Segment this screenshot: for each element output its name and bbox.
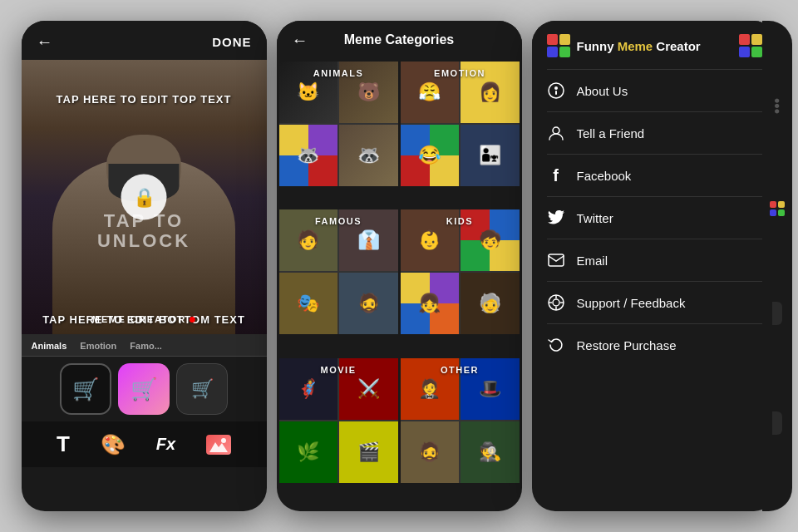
icon-sq-yellow [559,34,570,45]
famous-label: FAMOUS [279,216,398,226]
category-other[interactable]: OTHER 🤵 🎩 🧔 🕵️ [401,358,520,483]
menu-item-about[interactable]: About Us [532,70,777,111]
svg-point-5 [553,127,559,134]
fx-tool[interactable]: Fx [156,435,175,454]
other-img-3: 🧔 [401,421,460,483]
emotion-img-3: 😂 [401,125,460,186]
icon-sq-blue [547,47,558,57]
categories-header: ← Meme Categories [277,21,522,59]
editor-toolbar: T 🎨 Fx [22,421,267,467]
text-tool[interactable]: T [57,431,70,457]
menu-item-twitter[interactable]: Twitter [532,197,777,239]
twitter-label: Twitter [577,211,613,225]
title-funny: Funny [577,39,614,53]
unlock-text: TAP TOUNLOCK [97,211,190,251]
svg-marker-0 [209,442,228,452]
movie-img-4: 🎬 [339,421,398,483]
icon-sq-r2 [739,34,750,45]
app-title: Funny Meme Creator [577,39,701,53]
palette-tool[interactable]: 🎨 [101,433,126,456]
category-kids[interactable]: KIDS 👶 🧒 [401,209,520,334]
meme-editor-screen: ← DONE TAP HERE TO EDIT TOP TEXT 🔒 TAP T… [22,21,267,511]
svg-point-8 [553,299,559,306]
title-meme: Meme [614,39,653,53]
sticker-cart-1[interactable]: 🛒 [60,363,111,415]
icon-sq-b2 [739,47,750,57]
tab-famous[interactable]: Famo... [130,341,162,351]
categories-grid: ANIMALS 🐱 🐻 🦝 [277,59,522,506]
support-icon [547,293,565,312]
category-animals[interactable]: ANIMALS 🐱 🐻 🦝 [279,62,398,186]
menu-header: Funny Meme Creator [532,21,777,69]
icon-sq-red [547,34,558,45]
animals-img-4: 🦝 [339,125,398,186]
menu-item-support[interactable]: Support / Feedback [532,282,777,323]
sticker-row: 🛒 🛒 🛒 [22,357,267,421]
top-text-tap[interactable]: TAP HERE TO EDIT TOP TEXT [22,93,267,106]
svg-point-3 [554,86,558,90]
category-movie[interactable]: MOVIE 🦸 ⚔️ 🌿 🎬 [279,358,398,483]
icon-sq-green [559,47,570,57]
famous-img-4: 🧔 [339,273,398,334]
meme-creator-badge: MEME CREATOR [92,314,195,324]
meme-canvas[interactable]: TAP HERE TO EDIT TOP TEXT 🔒 TAP TOUNLOCK… [22,60,267,334]
twitter-icon [547,209,565,227]
title-creator: Creator [653,39,701,53]
friend-icon [547,124,565,142]
menu-item-restore[interactable]: Restore Purchase [532,324,777,366]
app-icon-left [547,34,570,57]
emotion-img-4: 👨‍👧 [461,125,520,186]
facebook-icon: f [547,166,565,185]
email-label: Email [577,254,608,268]
sticker-cart-3[interactable]: 🛒 [176,363,228,415]
menu-item-email[interactable]: Email [532,239,777,281]
menu-item-friend[interactable]: Tell a Friend [532,112,777,154]
icon-sq-y2 [751,34,762,45]
kids-label: KIDS [401,216,520,226]
back-button[interactable]: ← [37,32,53,52]
overflow-dots: ••• [768,98,786,114]
category-famous[interactable]: FAMOUS 🧑 👔 🎭 🧔 [279,209,398,334]
about-label: About Us [577,84,628,98]
email-icon [547,251,565,269]
category-emotion[interactable]: EMOTION 😤 👩 😂 [401,62,520,186]
emotion-label: EMOTION [401,68,520,78]
svg-rect-6 [549,254,564,266]
restore-label: Restore Purchase [577,338,677,352]
icon-sq-g2 [751,47,762,57]
red-dot [190,317,195,323]
movie-label: MOVIE [279,365,398,375]
animals-img-3: 🦝 [279,125,338,186]
menu-screen-wrapper: Funny Meme Creator [532,21,777,511]
about-icon [547,81,565,100]
app-title-block: Funny Meme Creator [547,34,701,57]
peek-chevron-1 [772,302,782,325]
animals-label: ANIMALS [279,68,398,78]
sticker-cart-2[interactable]: 🛒 [118,363,170,415]
friend-label: Tell a Friend [577,126,645,140]
categories-title: Meme Categories [344,32,455,47]
other-img-4: 🕵️ [461,421,520,483]
image-tool[interactable] [206,435,231,455]
kids-img-3: 👧 [401,273,460,334]
screen-peek: ••• [762,21,792,511]
peek-chevron-2 [772,411,782,435]
tab-emotion[interactable]: Emotion [80,341,116,351]
facebook-label: Facebook [577,169,632,183]
categories-back-button[interactable]: ← [292,31,308,50]
support-label: Support / Feedback [577,296,686,310]
menu-item-facebook[interactable]: f Facebook [532,155,777,196]
famous-img-3: 🎭 [279,273,338,334]
done-button[interactable]: DONE [212,35,251,49]
movie-img-3: 🌿 [279,421,338,483]
category-tabs-bar: Animals Emotion Famo... [22,334,267,357]
kids-img-4: 🧓 [461,273,520,334]
svg-rect-4 [555,91,557,95]
other-label: OTHER [401,365,520,375]
restore-icon [547,336,565,354]
svg-point-1 [221,438,226,443]
tab-animals[interactable]: Animals [32,341,67,351]
app-icon-right [739,34,762,57]
peek-app-icons [770,201,785,216]
editor-header: ← DONE [22,21,267,60]
